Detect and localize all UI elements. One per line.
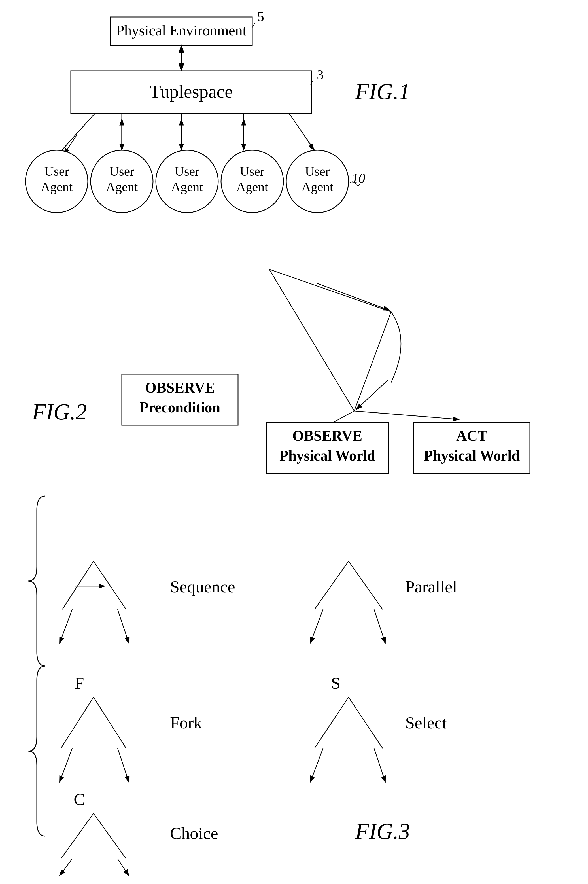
label-3: 3	[317, 67, 324, 82]
svg-line-37	[269, 269, 354, 411]
label-5: 5	[257, 9, 264, 24]
physical-env-label: Physical Environment	[116, 23, 247, 39]
svg-line-60	[348, 697, 382, 748]
fork-f-label: F	[75, 674, 84, 692]
tuplespace-label: Tuplespace	[150, 81, 233, 102]
svg-line-57	[60, 748, 72, 782]
svg-line-58	[118, 748, 129, 782]
observe-physical-label2: Physical World	[279, 447, 375, 464]
select-s-label: S	[331, 674, 340, 692]
observe-physical-label: OBSERVE	[292, 428, 362, 444]
svg-line-62	[374, 748, 386, 782]
svg-text:Agent: Agent	[302, 180, 333, 194]
observe-precondition-label2: Precondition	[140, 399, 220, 416]
svg-line-63	[61, 813, 93, 859]
svg-line-42	[356, 380, 388, 410]
svg-line-52	[348, 561, 382, 609]
label-10: 10	[352, 171, 365, 186]
svg-line-36	[269, 269, 391, 312]
svg-line-54	[374, 609, 386, 643]
diagram-svg: Physical Environment 5 Tuplespace 3 FIG.…	[0, 0, 588, 884]
svg-line-40	[354, 411, 459, 419]
svg-text:User: User	[110, 164, 134, 179]
fork-label: Fork	[170, 713, 202, 732]
fig2-title: FIG.2	[32, 399, 87, 424]
svg-text:User: User	[45, 164, 69, 179]
svg-line-46	[62, 561, 93, 609]
svg-line-50	[118, 609, 129, 643]
svg-line-64	[93, 813, 126, 859]
svg-line-38	[317, 284, 390, 310]
svg-line-59	[315, 697, 348, 748]
svg-text:User: User	[175, 164, 200, 179]
act-physical-label: ACT	[456, 428, 488, 444]
svg-line-66	[118, 859, 129, 876]
svg-text:User: User	[305, 164, 330, 179]
svg-line-20	[302, 132, 314, 150]
svg-line-56	[93, 697, 126, 748]
svg-line-41	[354, 312, 391, 411]
page: Physical Environment 5 Tuplespace 3 FIG.…	[0, 0, 588, 884]
svg-text:User: User	[240, 164, 265, 179]
svg-line-47	[93, 561, 126, 609]
svg-text:Agent: Agent	[171, 180, 203, 194]
act-physical-label2: Physical World	[424, 447, 520, 464]
select-label: Select	[405, 713, 447, 732]
svg-line-61	[310, 748, 323, 782]
svg-line-7	[57, 113, 95, 156]
svg-text:Agent: Agent	[106, 180, 138, 194]
svg-text:Agent: Agent	[236, 180, 268, 194]
sequence-label: Sequence	[170, 577, 235, 596]
svg-line-51	[315, 561, 348, 609]
fig1-title: FIG.1	[355, 79, 410, 104]
svg-line-53	[310, 609, 323, 643]
svg-line-55	[61, 697, 93, 748]
choice-label: Choice	[170, 824, 218, 843]
svg-line-49	[60, 609, 72, 643]
parallel-label: Parallel	[405, 577, 457, 596]
choice-c-label: C	[74, 790, 85, 809]
observe-precondition-label: OBSERVE	[145, 380, 215, 396]
svg-line-65	[60, 859, 72, 876]
fig3-title: FIG.3	[355, 819, 410, 844]
svg-text:Agent: Agent	[41, 180, 73, 194]
